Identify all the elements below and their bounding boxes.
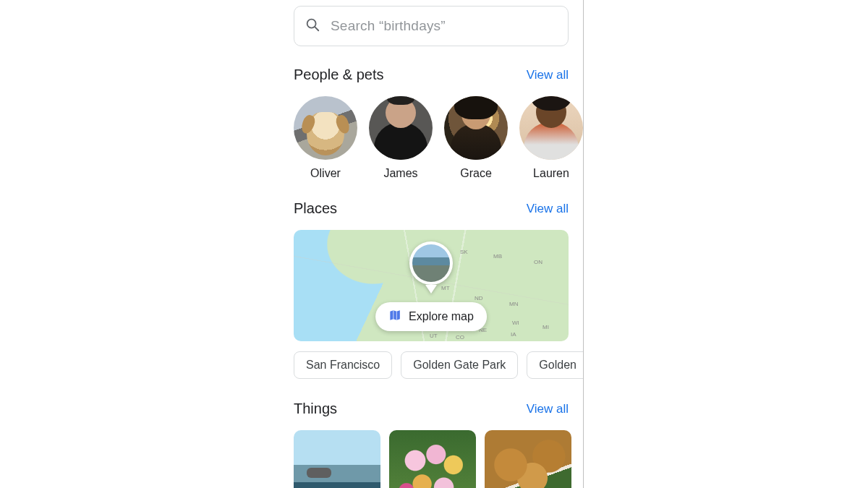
places-map[interactable]: SK MB ON MT ND MN SD WI MI NE IA WY NV U…	[294, 230, 569, 341]
place-chip[interactable]: Golden Gate Park	[401, 351, 518, 379]
vertical-divider	[583, 0, 584, 488]
thing-tile[interactable]	[389, 430, 476, 488]
person-name: Oliver	[310, 167, 341, 180]
section-title-things: Things	[294, 401, 337, 417]
view-all-places[interactable]: View all	[527, 202, 569, 216]
people-row: Oliver James Grace Lauren	[294, 96, 583, 180]
person-lauren[interactable]: Lauren	[519, 96, 583, 180]
person-name: Grace	[460, 167, 492, 180]
section-header-people: People & pets View all	[294, 67, 569, 83]
explore-map-label: Explore map	[409, 310, 474, 323]
view-all-things[interactable]: View all	[527, 402, 569, 416]
map-icon	[388, 309, 401, 325]
map-pin	[409, 241, 453, 294]
place-chip[interactable]: San Francisco	[294, 351, 392, 379]
section-title-people: People & pets	[294, 67, 384, 83]
place-chip[interactable]: Golden	[527, 351, 583, 379]
thing-tile[interactable]	[485, 430, 571, 488]
avatar	[519, 96, 583, 160]
person-name: James	[383, 167, 417, 180]
view-all-people[interactable]: View all	[527, 68, 569, 82]
place-chips-row: San Francisco Golden Gate Park Golden	[294, 351, 583, 379]
section-title-places: Places	[294, 200, 337, 217]
search-input[interactable]: Search “birthdays”	[294, 6, 569, 46]
person-name: Lauren	[533, 167, 569, 180]
search-icon	[305, 17, 320, 35]
map-pin-thumbnail	[409, 241, 453, 285]
avatar	[444, 96, 508, 160]
person-james[interactable]: James	[369, 96, 433, 180]
explore-map-button[interactable]: Explore map	[375, 302, 487, 331]
svg-line-1	[315, 27, 318, 30]
section-header-places: Places View all	[294, 200, 569, 217]
person-oliver[interactable]: Oliver	[294, 96, 357, 180]
avatar	[294, 96, 357, 160]
thing-tile[interactable]	[294, 430, 380, 488]
search-placeholder: Search “birthdays”	[331, 18, 446, 34]
avatar	[369, 96, 433, 160]
section-header-things: Things View all	[294, 401, 569, 417]
search-screen: Search “birthdays” People & pets View al…	[294, 0, 583, 488]
person-grace[interactable]: Grace	[444, 96, 508, 180]
things-row	[294, 430, 583, 488]
